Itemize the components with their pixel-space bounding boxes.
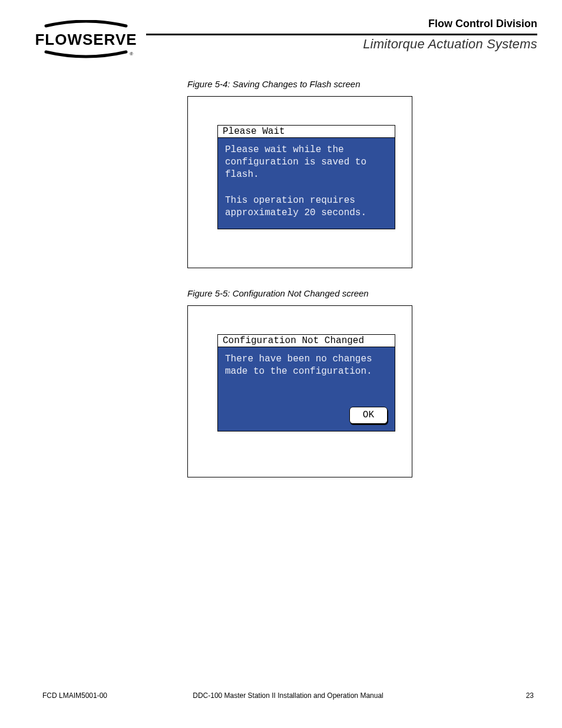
please-wait-dialog-body: Please wait while the configuration is s… xyxy=(218,138,395,229)
please-wait-dialog: Please Wait Please wait while the config… xyxy=(217,125,395,229)
logo-text: FLOWSERVE xyxy=(35,31,137,48)
dialog-text-line: This operation requires approximately 20… xyxy=(225,195,388,219)
header-rule xyxy=(146,34,537,35)
flowserve-logo: FLOWSERVE ® xyxy=(33,20,139,61)
footer-doc-id: FCD LMAIM5001-00 xyxy=(42,691,107,700)
config-not-changed-dialog-title: Configuration Not Changed xyxy=(218,335,395,347)
please-wait-dialog-title: Please Wait xyxy=(218,126,395,138)
footer-page-number: 23 xyxy=(526,691,534,700)
figure-5-5-screen: Configuration Not Changed There have bee… xyxy=(187,305,412,477)
svg-text:®: ® xyxy=(130,51,133,57)
config-not-changed-dialog: Configuration Not Changed There have bee… xyxy=(217,334,395,431)
page-header: FLOWSERVE ® Flow Control Division Limito… xyxy=(0,0,562,52)
footer-manual-title: DDC-100 Master Station II Installation a… xyxy=(42,691,534,700)
figure-5-4-caption: Figure 5-4: Saving Changes to Flash scre… xyxy=(187,79,562,89)
figure-5-5-caption: Figure 5-5: Configuration Not Changed sc… xyxy=(187,288,562,298)
ok-button[interactable]: OK xyxy=(349,407,388,424)
page-footer: FCD LMAIM5001-00 DDC-100 Master Station … xyxy=(42,691,534,700)
dialog-text-line: Please wait while the configuration is s… xyxy=(225,144,388,180)
dialog-text-line: There have been no changes made to the c… xyxy=(225,353,388,378)
figure-5-4-screen: Please Wait Please wait while the config… xyxy=(187,96,412,268)
config-not-changed-dialog-body: There have been no changes made to the c… xyxy=(218,347,395,431)
